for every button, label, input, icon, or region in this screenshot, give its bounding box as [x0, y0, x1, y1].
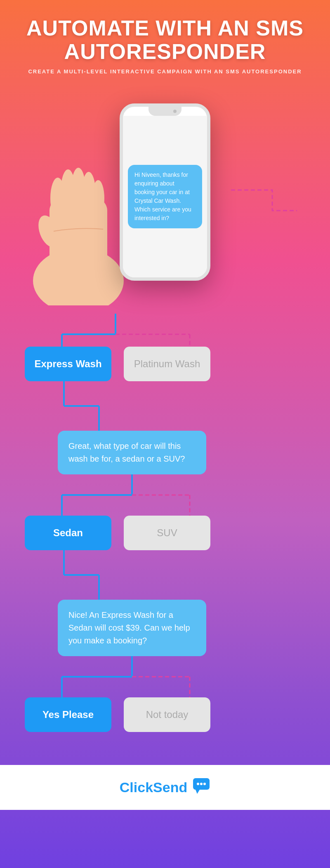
- express-wash-button[interactable]: Express Wash: [25, 347, 111, 381]
- connector-3-branches: [16, 656, 305, 697]
- options-row-2: Sedan SUV: [21, 516, 210, 550]
- options-row-3: Yes Please Not today: [21, 697, 210, 732]
- svg-point-32: [200, 783, 203, 785]
- sedan-button[interactable]: Sedan: [25, 516, 111, 550]
- options-row-1: Express Wash Platinum Wash: [21, 347, 210, 381]
- phone-branch-dashed: [231, 182, 297, 215]
- connector-2-branches: [16, 474, 305, 516]
- svg-point-6: [92, 180, 104, 216]
- connector-2-to-3: [16, 550, 305, 600]
- flow-section-1: Express Wash Platinum Wash Great, what t…: [16, 314, 314, 732]
- page-title: AUTOMATE WITH AN SMS AUTORESPONDER: [25, 16, 305, 63]
- brand-logo: ClickSend: [120, 779, 187, 795]
- connector-1-to-2: [16, 381, 305, 431]
- brand-click: Click: [120, 779, 153, 795]
- svg-point-31: [197, 783, 199, 785]
- not-today-button[interactable]: Not today: [124, 697, 210, 732]
- suv-button[interactable]: SUV: [124, 516, 210, 550]
- step2-message-bubble: Great, what type of car will this wash b…: [58, 431, 206, 474]
- chat-icon: [192, 777, 210, 798]
- footer: ClickSend: [0, 765, 330, 810]
- page-container: AUTOMATE WITH AN SMS AUTORESPONDER CREAT…: [0, 0, 330, 810]
- phone-section: Hi Niveen, thanks for enquiring about bo…: [0, 91, 330, 305]
- brand-send: Send: [153, 779, 187, 795]
- phone-sms-bubble: Hi Niveen, thanks for enquiring about bo…: [128, 165, 202, 228]
- yes-please-button[interactable]: Yes Please: [25, 697, 111, 732]
- phone-frame: Hi Niveen, thanks for enquiring about bo…: [120, 103, 210, 281]
- phone-device: Hi Niveen, thanks for enquiring about bo…: [120, 103, 210, 281]
- page-subtitle: CREATE A MULTI-LEVEL INTERACTIVE CAMPAIG…: [25, 68, 305, 75]
- main-flow: Express Wash Platinum Wash Great, what t…: [0, 305, 330, 748]
- svg-marker-30: [196, 790, 200, 794]
- connector-phone-to-options: [16, 314, 305, 347]
- step3-message-bubble: Nice! An Express Wash for a Sedan will c…: [58, 600, 206, 656]
- hand-illustration: [25, 116, 132, 305]
- header-section: AUTOMATE WITH AN SMS AUTORESPONDER CREAT…: [0, 0, 330, 83]
- platinum-wash-button[interactable]: Platinum Wash: [124, 347, 210, 381]
- svg-point-33: [203, 783, 206, 785]
- phone-screen: Hi Niveen, thanks for enquiring about bo…: [123, 116, 207, 277]
- phone-notch: [148, 107, 182, 116]
